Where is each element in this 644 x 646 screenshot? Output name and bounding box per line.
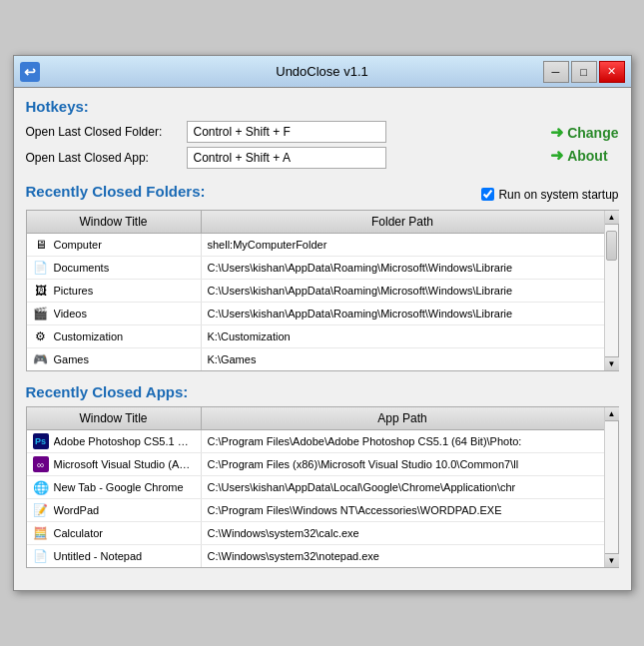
table-row[interactable]: 📝 WordPad C:\Program Files\Windows NT\Ac… <box>27 499 604 522</box>
notepad-icon: 📄 <box>33 548 49 564</box>
title-bar: ↩ UndoClose v1.1 ─ □ ✕ <box>14 56 631 88</box>
hotkeys-and-buttons: Open Last Closed Folder: Open Last Close… <box>26 121 619 173</box>
hotkeys-fields: Open Last Closed Folder: Open Last Close… <box>26 121 539 173</box>
videos-icon: 🎬 <box>33 306 49 322</box>
startup-checkbox-label[interactable]: Run on system startup <box>481 188 618 202</box>
apps-col-window: Window Title <box>27 407 202 429</box>
documents-icon: 📄 <box>33 260 49 276</box>
app-hotkey-label: Open Last Closed App: <box>26 151 181 165</box>
scrollbar-thumb[interactable] <box>606 231 617 261</box>
games-icon: 🎮 <box>33 351 49 367</box>
cell-path: shell:MyComputerFolder <box>202 236 604 254</box>
cell-path: C:\Users\kishan\AppData\Roaming\Microsof… <box>202 305 604 323</box>
pictures-icon: 🖼 <box>33 283 49 299</box>
cell-window: ∞ Microsoft Visual Studio (Admin <box>27 453 202 475</box>
computer-icon: 🖥 <box>33 237 49 253</box>
app-icon: ↩ <box>20 62 40 82</box>
cell-path: C:\Program Files\Adobe\Adobe Photoshop C… <box>202 432 604 450</box>
folders-col-window: Window Title <box>27 211 202 233</box>
cell-window: 🖥 Computer <box>27 234 202 256</box>
hotkeys-section: Hotkeys: Open Last Closed Folder: Open L… <box>26 98 619 173</box>
row-name: Videos <box>54 308 87 320</box>
content-area: Hotkeys: Open Last Closed Folder: Open L… <box>14 88 631 590</box>
scrollbar-down-button[interactable]: ▼ <box>605 553 619 567</box>
hotkey-row-app: Open Last Closed App: <box>26 147 539 169</box>
table-row[interactable]: ⚙ Customization K:\Customization <box>27 325 604 348</box>
row-name: New Tab - Google Chrome <box>54 481 184 493</box>
table-row[interactable]: ∞ Microsoft Visual Studio (Admin C:\Prog… <box>27 453 604 476</box>
app-hotkey-input[interactable] <box>187 147 386 169</box>
photoshop-icon: Ps <box>33 433 49 449</box>
row-name: Adobe Photoshop CS5.1 Exten <box>54 435 195 447</box>
folder-hotkey-label: Open Last Closed Folder: <box>26 125 181 139</box>
table-row[interactable]: 📄 Untitled - Notepad C:\Windows\system32… <box>27 545 604 567</box>
table-row[interactable]: 🌐 New Tab - Google Chrome C:\Users\kisha… <box>27 476 604 499</box>
row-name: Computer <box>54 239 102 251</box>
about-button[interactable]: ➜ About <box>550 146 618 165</box>
cell-window: 🧮 Calculator <box>27 522 202 544</box>
folders-table: Window Title Folder Path 🖥 Computer shel… <box>26 210 619 371</box>
title-bar-left: ↩ <box>20 62 40 82</box>
cell-window: 🎬 Videos <box>27 303 202 324</box>
table-row[interactable]: 🖥 Computer shell:MyComputerFolder <box>27 234 604 257</box>
folders-table-body: 🖥 Computer shell:MyComputerFolder 📄 Docu… <box>27 234 604 370</box>
window-controls: ─ □ ✕ <box>543 61 625 83</box>
about-label: About <box>567 148 607 164</box>
cell-window: 📝 WordPad <box>27 499 202 521</box>
folders-table-inner: Window Title Folder Path 🖥 Computer shel… <box>27 211 604 370</box>
row-name: Calculator <box>54 527 104 539</box>
main-window: ↩ UndoClose v1.1 ─ □ ✕ Hotkeys: Open Las… <box>13 55 632 591</box>
scrollbar-down-button[interactable]: ▼ <box>605 356 619 370</box>
scrollbar-up-button[interactable]: ▲ <box>605 407 619 421</box>
maximize-button[interactable]: □ <box>571 61 597 83</box>
table-row[interactable]: 🧮 Calculator C:\Windows\system32\calc.ex… <box>27 522 604 545</box>
folders-scrollbar[interactable]: ▲ ▼ <box>604 211 618 370</box>
window-title: UndoClose v1.1 <box>276 64 368 79</box>
change-label: Change <box>567 125 618 141</box>
row-name: WordPad <box>54 504 100 516</box>
cell-window: ⚙ Customization <box>27 325 202 347</box>
cell-path: C:\Program Files\Windows NT\Accessories\… <box>202 501 604 519</box>
cell-path: C:\Users\kishan\AppData\Roaming\Microsof… <box>202 259 604 277</box>
cell-window: 📄 Untitled - Notepad <box>27 545 202 567</box>
folder-hotkey-input[interactable] <box>187 121 386 143</box>
cell-path: C:\Users\kishan\AppData\Roaming\Microsof… <box>202 282 604 300</box>
calculator-icon: 🧮 <box>33 525 49 541</box>
startup-checkbox[interactable] <box>481 188 494 201</box>
close-button[interactable]: ✕ <box>599 61 625 83</box>
action-buttons: ➜ Change ➜ About <box>550 121 618 165</box>
vs-icon: ∞ <box>33 456 49 472</box>
cell-window: 🌐 New Tab - Google Chrome <box>27 476 202 498</box>
startup-label: Run on system startup <box>498 188 618 202</box>
cell-path: K:\Games <box>202 350 604 368</box>
table-row[interactable]: 📄 Documents C:\Users\kishan\AppData\Roam… <box>27 257 604 280</box>
change-arrow-icon: ➜ <box>550 123 563 142</box>
minimize-button[interactable]: ─ <box>543 61 569 83</box>
cell-window: Ps Adobe Photoshop CS5.1 Exten <box>27 430 202 452</box>
apps-title: Recently Closed Apps: <box>26 383 619 400</box>
cell-window: 📄 Documents <box>27 257 202 279</box>
scrollbar-up-button[interactable]: ▲ <box>605 211 619 225</box>
table-row[interactable]: Ps Adobe Photoshop CS5.1 Exten C:\Progra… <box>27 430 604 453</box>
hotkey-row-folder: Open Last Closed Folder: <box>26 121 539 143</box>
table-row[interactable]: 🎮 Games K:\Games <box>27 348 604 370</box>
row-name: Customization <box>54 330 124 342</box>
cell-path: C:\Program Files (x86)\Microsoft Visual … <box>202 455 604 473</box>
apps-table-header: Window Title App Path <box>27 407 604 430</box>
apps-table-inner: Window Title App Path Ps Adobe Photoshop… <box>27 407 604 567</box>
row-name: Untitled - Notepad <box>54 550 143 562</box>
cell-path: K:\Customization <box>202 327 604 345</box>
table-row[interactable]: 🖼 Pictures C:\Users\kishan\AppData\Roami… <box>27 280 604 303</box>
apps-section: Recently Closed Apps: Window Title App P… <box>26 383 619 568</box>
table-row[interactable]: 🎬 Videos C:\Users\kishan\AppData\Roaming… <box>27 303 604 325</box>
row-name: Games <box>54 353 89 365</box>
customization-icon: ⚙ <box>33 328 49 344</box>
cell-path: C:\Users\kishan\AppData\Local\Google\Chr… <box>202 478 604 496</box>
cell-window: 🖼 Pictures <box>27 280 202 302</box>
wordpad-icon: 📝 <box>33 502 49 518</box>
apps-scrollbar[interactable]: ▲ ▼ <box>604 407 618 567</box>
folders-col-path: Folder Path <box>202 211 604 233</box>
folders-section: Recently Closed Folders: Run on system s… <box>26 183 619 371</box>
change-button[interactable]: ➜ Change <box>550 123 618 142</box>
hotkeys-title: Hotkeys: <box>26 98 619 115</box>
